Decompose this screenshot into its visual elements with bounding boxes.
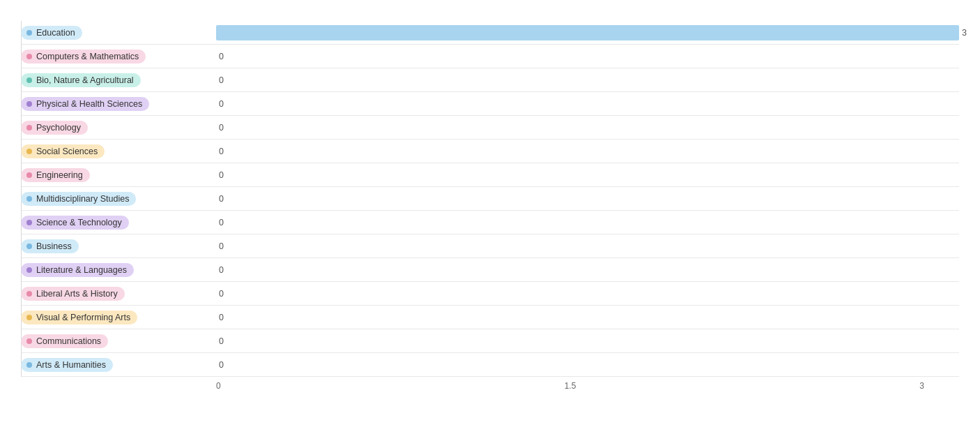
pill-13: Communications [21,334,108,348]
bar-value-0: 3 [962,28,967,38]
bars-section: Education3Computers & Mathematics0Bio, N… [21,21,959,377]
pill-text-14: Arts & Humanities [36,360,106,370]
bar-container-6: 0 [216,163,959,186]
pill-text-12: Visual & Performing Arts [36,313,130,322]
bar-row: Literature & Languages0 [21,258,959,282]
bar-row: Business0 [21,234,959,258]
bar-value-3: 0 [219,99,224,109]
pill-1: Computers & Mathematics [21,50,146,63]
bar-row: Visual & Performing Arts0 [21,306,959,329]
pill-14: Arts & Humanities [21,358,113,372]
pill-6: Engineering [21,168,90,182]
x-label-2: 3 [919,381,924,391]
pill-dot-14 [26,362,32,368]
bar-container-13: 0 [216,329,959,352]
pill-text-0: Education [36,28,75,38]
pill-7: Multidisciplinary Studies [21,192,136,206]
x-axis: 01.53 [216,377,924,391]
bar-value-1: 0 [219,52,224,61]
bar-value-2: 0 [219,75,224,85]
pill-0: Education [21,26,82,40]
pill-11: Liberal Arts & History [21,287,125,301]
pill-text-3: Physical & Health Sciences [36,99,142,109]
bar-value-8: 0 [219,218,224,227]
bar-container-10: 0 [216,258,959,281]
bar-row: Bio, Nature & Agricultural0 [21,68,959,92]
pill-text-2: Bio, Nature & Agricultural [36,75,134,85]
bar-label-1: Computers & Mathematics [21,50,216,63]
pill-text-9: Business [36,241,72,251]
bar-value-9: 0 [219,241,224,251]
pill-dot-13 [26,338,32,344]
x-label-0: 0 [216,381,221,391]
bar-label-5: Social Sciences [21,144,216,158]
pill-text-1: Computers & Mathematics [36,52,139,61]
bar-label-14: Arts & Humanities [21,358,216,372]
pill-dot-11 [26,291,32,297]
pill-dot-6 [26,172,32,178]
bar-container-4: 0 [216,116,959,139]
bar-row: Social Sciences0 [21,140,959,163]
bar-row: Science & Technology0 [21,211,959,234]
pill-text-5: Social Sciences [36,147,98,156]
bar-container-5: 0 [216,140,959,163]
bar-container-0: 3 [216,21,959,44]
bar-value-4: 0 [219,123,224,133]
bar-container-2: 0 [216,68,959,91]
bar-container-11: 0 [216,282,959,305]
bar-label-11: Liberal Arts & History [21,287,216,301]
bar-label-7: Multidisciplinary Studies [21,192,216,206]
pill-dot-0 [26,30,32,36]
pill-text-10: Literature & Languages [36,265,127,275]
bar-label-13: Communications [21,334,216,348]
bar-label-12: Visual & Performing Arts [21,311,216,324]
bar-row: Education3 [21,21,959,45]
bar-row: Arts & Humanities0 [21,353,959,377]
bar-row: Engineering0 [21,163,959,187]
pill-dot-7 [26,196,32,202]
bar-label-8: Science & Technology [21,216,216,230]
bar-row: Liberal Arts & History0 [21,282,959,306]
bar-label-2: Bio, Nature & Agricultural [21,73,216,87]
bar-container-14: 0 [216,353,959,376]
bar-label-9: Business [21,239,216,253]
pill-text-11: Liberal Arts & History [36,289,118,299]
pill-8: Science & Technology [21,216,129,230]
bar-value-14: 0 [219,360,224,370]
pill-dot-10 [26,267,32,273]
pill-dot-2 [26,77,32,83]
bar-value-13: 0 [219,336,224,346]
bar-value-12: 0 [219,313,224,322]
pill-12: Visual & Performing Arts [21,311,137,324]
pill-dot-3 [26,101,32,107]
bar-fill-0 [216,25,959,40]
bar-value-11: 0 [219,289,224,299]
bar-value-6: 0 [219,170,224,180]
bar-row: Physical & Health Sciences0 [21,92,959,116]
pill-dot-8 [26,220,32,225]
pill-dot-4 [26,125,32,130]
pill-text-6: Engineering [36,170,83,180]
bar-row: Multidisciplinary Studies0 [21,187,959,211]
bar-container-1: 0 [216,45,959,68]
chart-wrapper: Education3Computers & Mathematics0Bio, N… [21,21,959,391]
pill-text-4: Psychology [36,123,81,133]
bar-container-3: 0 [216,92,959,115]
pill-text-7: Multidisciplinary Studies [36,194,129,204]
bar-value-10: 0 [219,265,224,275]
bar-container-12: 0 [216,306,959,329]
pill-text-13: Communications [36,336,101,346]
bar-value-7: 0 [219,194,224,204]
x-label-1: 1.5 [565,381,576,391]
pill-4: Psychology [21,121,88,135]
pill-9: Business [21,239,79,253]
bar-label-3: Physical & Health Sciences [21,97,216,111]
bar-container-9: 0 [216,234,959,257]
pill-dot-12 [26,315,32,320]
bar-row: Computers & Mathematics0 [21,45,959,68]
bar-label-6: Engineering [21,168,216,182]
pill-3: Physical & Health Sciences [21,97,149,111]
pill-dot-5 [26,149,32,154]
bar-value-5: 0 [219,147,224,156]
bar-label-0: Education [21,26,216,40]
